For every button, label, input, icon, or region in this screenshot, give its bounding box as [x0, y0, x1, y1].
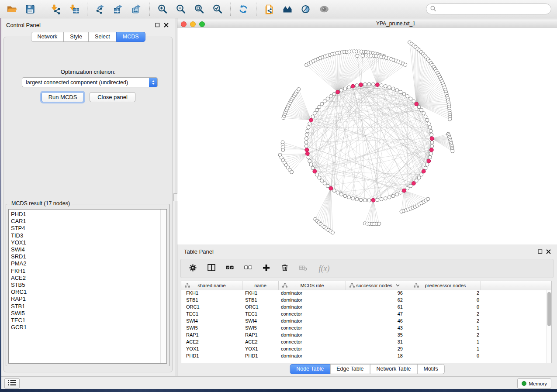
- column-header-MCDS-role[interactable]: MCDS role: [279, 281, 346, 290]
- toolbar-separator: [230, 3, 231, 16]
- column-header-filler: [481, 281, 551, 290]
- export-network-icon: [95, 4, 105, 14]
- close-panel-icon[interactable]: [163, 22, 169, 28]
- network-graph[interactable]: [177, 28, 557, 244]
- mcds-result-item[interactable]: STB1: [9, 303, 166, 310]
- birds-eye-button[interactable]: [317, 2, 331, 17]
- table-row[interactable]: YOX1YOX1connector291: [181, 346, 551, 353]
- select-all-button[interactable]: [225, 263, 234, 274]
- column-header-name[interactable]: name: [242, 281, 279, 290]
- cell-predecessor_nodes: 1: [410, 325, 481, 332]
- cell-mcds_role: connector: [279, 346, 346, 353]
- add-icon: [262, 264, 270, 274]
- export-network-button[interactable]: [93, 2, 107, 17]
- task-history-button[interactable]: [4, 378, 20, 389]
- refresh-button[interactable]: [236, 2, 250, 17]
- mcds-result-item[interactable]: GCR1: [9, 324, 166, 331]
- network-canvas[interactable]: [177, 28, 557, 244]
- search-box[interactable]: [426, 3, 551, 14]
- maximize-window-icon[interactable]: [199, 21, 205, 27]
- mcds-result-item[interactable]: ORC1: [9, 289, 166, 296]
- table-toolbar: f(x): [180, 259, 554, 278]
- mcds-result-item[interactable]: FKH1: [9, 268, 166, 275]
- graphics-details-button[interactable]: [299, 2, 313, 17]
- columns-button[interactable]: [207, 263, 216, 274]
- table-row[interactable]: RAP1RAP1dominator352: [181, 332, 551, 339]
- table-row[interactable]: STB1STB1dominator620: [181, 297, 551, 304]
- open-button[interactable]: [5, 2, 19, 17]
- sort-desc-icon: [396, 284, 400, 287]
- import-table-button[interactable]: [67, 2, 81, 17]
- tab-edge-table[interactable]: Edge Table: [330, 364, 370, 374]
- zoom-selected-button[interactable]: [211, 2, 225, 17]
- mcds-result-item[interactable]: SWI5: [9, 310, 166, 317]
- search-input[interactable]: [439, 6, 547, 13]
- add-button[interactable]: [262, 263, 271, 274]
- table-row[interactable]: FKH1FKH1dominator962: [181, 290, 551, 297]
- gear-button[interactable]: [188, 263, 197, 274]
- mcds-result-item[interactable]: TEC1: [9, 317, 166, 324]
- list-icon: [8, 379, 16, 388]
- mcds-result-item[interactable]: CAR1: [9, 218, 166, 225]
- tab-network-table[interactable]: Network Table: [370, 364, 418, 374]
- zoom-selected-icon: [212, 4, 223, 14]
- float-panel-icon[interactable]: [155, 22, 160, 28]
- cell-shared_name: YOX1: [181, 346, 242, 353]
- tab-mcds[interactable]: MCDS: [116, 32, 145, 42]
- float-table-panel-icon[interactable]: [537, 249, 543, 254]
- column-header-successor-nodes[interactable]: successor nodes: [346, 281, 410, 290]
- dropdown-selected-value: largest connected component (undirected): [22, 79, 149, 86]
- search-neighbors-button[interactable]: [280, 2, 294, 17]
- table-scrollbar-thumb[interactable]: [547, 292, 551, 326]
- tab-node-table[interactable]: Node Table: [290, 364, 330, 374]
- table-row[interactable]: SWI4SWI4dominator462: [181, 318, 551, 325]
- export-table-button[interactable]: [111, 2, 125, 17]
- mcds-result-item[interactable]: STB5: [9, 282, 166, 289]
- cell-shared_name: ORC1: [181, 304, 242, 311]
- minimize-window-icon[interactable]: [190, 21, 196, 27]
- mcds-result-item[interactable]: STP4: [9, 225, 166, 232]
- close-table-panel-icon[interactable]: [546, 249, 551, 254]
- mcds-result-item[interactable]: SWI4: [9, 246, 166, 253]
- save-button[interactable]: [23, 2, 37, 17]
- zoom-in-button[interactable]: [156, 2, 170, 17]
- zoom-out-button[interactable]: [174, 2, 188, 17]
- cell-name: ACE2: [242, 339, 279, 346]
- run-mcds-button[interactable]: Run MCDS: [42, 92, 84, 102]
- column-header-predecessor-nodes[interactable]: predecessor nodes: [410, 281, 481, 290]
- mcds-result-item[interactable]: ACE2: [9, 275, 166, 282]
- tab-select[interactable]: Select: [88, 32, 117, 42]
- mcds-result-item[interactable]: PHD1: [9, 211, 166, 218]
- mcds-result-item[interactable]: YOX1: [9, 239, 166, 246]
- tab-network[interactable]: Network: [31, 32, 64, 42]
- close-panel-button[interactable]: Close panel: [90, 92, 135, 102]
- tab-style[interactable]: Style: [63, 32, 89, 42]
- network-window-titlebar[interactable]: YPA_prune.txt_1: [177, 20, 557, 28]
- optimization-criterion-dropdown[interactable]: largest connected component (undirected): [22, 77, 158, 87]
- table-row[interactable]: ORC1ORC1dominator610: [181, 304, 551, 311]
- zoom-fit-button[interactable]: [192, 2, 206, 17]
- cell-predecessor_nodes: 0: [410, 353, 481, 360]
- mcds-result-item[interactable]: SRD1: [9, 253, 166, 260]
- mcds-result-item[interactable]: RAP1: [9, 296, 166, 303]
- tab-motifs[interactable]: Motifs: [417, 364, 444, 374]
- cell-shared_name: STB1: [181, 297, 242, 304]
- mcds-list-scrollbar[interactable]: [160, 210, 166, 363]
- table-row[interactable]: SWI5SWI5connector431: [181, 325, 551, 332]
- network-from-file-button[interactable]: [262, 2, 276, 17]
- table-row[interactable]: PHD1PHD1dominator180: [181, 353, 551, 360]
- mcds-result-item[interactable]: PMA2: [9, 260, 166, 267]
- memory-button[interactable]: Memory: [517, 378, 551, 389]
- unselect-all-button[interactable]: [243, 263, 253, 274]
- trash-button[interactable]: [280, 263, 289, 274]
- table-scrollbar[interactable]: [547, 290, 551, 363]
- export-image-button[interactable]: [130, 2, 144, 17]
- cell-shared_name: RAP1: [181, 332, 242, 339]
- table-row[interactable]: TEC1TEC1connector472: [181, 311, 551, 318]
- table-row[interactable]: ACE2ACE2connector311: [181, 339, 551, 346]
- column-header-shared-name[interactable]: shared name: [181, 281, 242, 290]
- close-window-icon[interactable]: [181, 21, 187, 27]
- mcds-result-item[interactable]: TID3: [9, 232, 166, 239]
- import-network-button[interactable]: [49, 2, 63, 17]
- desktop-wallpaper-bottom: [0, 389, 557, 392]
